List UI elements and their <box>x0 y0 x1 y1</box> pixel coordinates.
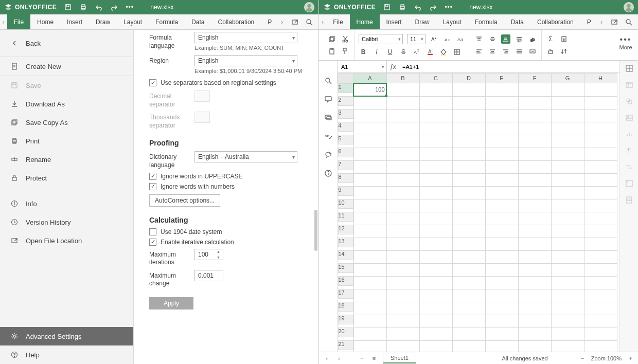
search-icon[interactable] <box>305 18 313 26</box>
cell[interactable] <box>584 212 617 225</box>
pivot-settings-icon[interactable] <box>625 179 634 188</box>
tab-file[interactable]: File <box>326 14 349 29</box>
cell[interactable] <box>353 225 386 238</box>
cell[interactable] <box>353 250 386 263</box>
cell[interactable] <box>452 289 485 302</box>
row-header[interactable]: 7 <box>338 160 353 170</box>
cell[interactable] <box>452 276 485 289</box>
row-header[interactable]: 14 <box>338 250 353 260</box>
sheet-next-icon[interactable]: › <box>335 355 343 362</box>
cell[interactable] <box>551 327 584 340</box>
shape-settings-icon[interactable] <box>625 97 634 106</box>
cell[interactable] <box>419 302 452 315</box>
tab-protection-partial[interactable]: P <box>261 14 278 29</box>
cell[interactable] <box>419 289 452 302</box>
cell[interactable] <box>386 276 419 289</box>
cell[interactable] <box>584 83 617 97</box>
cell[interactable] <box>485 122 518 135</box>
chart-settings-icon[interactable] <box>625 130 634 139</box>
cell[interactable] <box>485 160 518 173</box>
row-header[interactable]: 2 <box>338 96 353 106</box>
cell[interactable] <box>584 148 617 160</box>
cell[interactable] <box>386 225 419 238</box>
cell[interactable] <box>485 276 518 289</box>
cell[interactable] <box>518 96 551 109</box>
cell[interactable] <box>518 148 551 160</box>
row-header[interactable]: 3 <box>338 109 353 119</box>
cell[interactable] <box>584 327 617 340</box>
cell[interactable] <box>518 186 551 199</box>
table-settings-icon[interactable] <box>625 80 634 89</box>
bold-icon[interactable]: B <box>359 47 368 57</box>
about-icon[interactable] <box>324 169 333 178</box>
cell[interactable] <box>353 315 386 327</box>
wrap-text-icon[interactable] <box>515 34 524 44</box>
cell[interactable] <box>584 250 617 263</box>
name-box[interactable]: A1▾ <box>338 61 387 72</box>
cell[interactable] <box>386 186 419 199</box>
ignore-numbers-checkbox[interactable] <box>149 183 156 190</box>
cell[interactable] <box>452 263 485 276</box>
column-header[interactable]: D <box>452 74 485 83</box>
cell[interactable] <box>419 135 452 148</box>
row-header[interactable]: 17 <box>338 289 353 299</box>
cell[interactable] <box>386 148 419 160</box>
cell[interactable] <box>518 315 551 327</box>
superscript-icon[interactable]: A2 <box>412 47 421 57</box>
cell[interactable] <box>386 122 419 135</box>
back-button[interactable]: Back <box>0 30 133 57</box>
cell[interactable] <box>485 186 518 199</box>
slicer-settings-icon[interactable] <box>625 195 634 205</box>
copy-icon[interactable] <box>327 34 336 44</box>
cell[interactable] <box>419 96 452 109</box>
cell[interactable] <box>551 276 584 289</box>
image-settings-icon[interactable] <box>625 113 634 122</box>
cell[interactable] <box>452 122 485 135</box>
cell[interactable] <box>518 212 551 225</box>
cell[interactable] <box>551 250 584 263</box>
spreadsheet-grid[interactable]: ABCDEFGH11002345678910111213141516171819… <box>338 73 638 352</box>
feedback-icon[interactable] <box>324 150 333 159</box>
cell[interactable] <box>518 173 551 186</box>
tab-layout[interactable]: Layout <box>436 14 468 29</box>
cell[interactable] <box>419 122 452 135</box>
paste-icon[interactable] <box>327 47 336 56</box>
cell[interactable] <box>353 212 386 225</box>
column-header[interactable]: H <box>584 74 617 83</box>
column-header[interactable]: F <box>518 74 551 83</box>
cell[interactable] <box>518 135 551 148</box>
save-icon[interactable] <box>383 3 391 11</box>
cell[interactable] <box>551 122 584 135</box>
cell[interactable] <box>551 160 584 173</box>
cell[interactable] <box>386 109 419 122</box>
cell[interactable] <box>518 340 551 352</box>
cell[interactable] <box>551 199 584 212</box>
strikethrough-icon[interactable]: S <box>399 47 408 57</box>
row-header[interactable]: 9 <box>338 186 353 196</box>
tab-insert[interactable]: Insert <box>380 14 409 29</box>
sidebar-item-help[interactable]: Help <box>0 345 133 364</box>
cell[interactable] <box>452 212 485 225</box>
decrease-font-icon[interactable]: A▾ <box>443 34 452 44</box>
cell[interactable] <box>452 315 485 327</box>
ignore-uppercase-checkbox[interactable] <box>149 173 156 180</box>
cell[interactable] <box>419 160 452 173</box>
row-header[interactable]: 19 <box>338 315 353 324</box>
cell[interactable] <box>518 160 551 173</box>
justify-icon[interactable] <box>515 47 524 56</box>
user-avatar[interactable] <box>624 2 634 12</box>
tabs-next-icon[interactable]: › <box>598 14 605 29</box>
tab-data[interactable]: Data <box>504 14 530 29</box>
clear-icon[interactable] <box>546 47 555 56</box>
cell[interactable] <box>551 315 584 327</box>
cell[interactable] <box>386 289 419 302</box>
sidebar-item-info[interactable]: Info <box>0 194 133 213</box>
autosum-icon[interactable]: Σ <box>546 34 555 44</box>
cell[interactable] <box>353 173 386 186</box>
cell[interactable] <box>386 315 419 327</box>
cell[interactable] <box>551 289 584 302</box>
cell[interactable] <box>551 109 584 122</box>
sidebar-item-print[interactable]: Print <box>0 132 133 150</box>
row-header[interactable]: 15 <box>338 263 353 273</box>
font-size-select[interactable]: 11▾ <box>407 34 426 44</box>
